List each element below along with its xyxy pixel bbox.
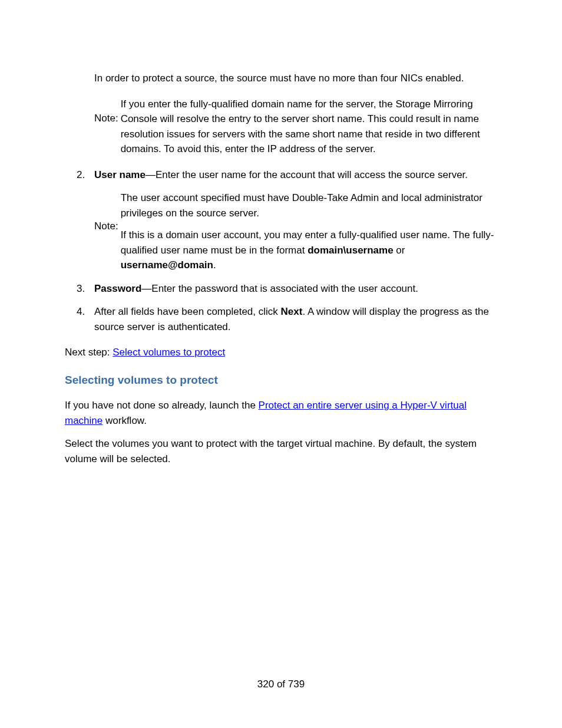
term-password: Password: [94, 283, 141, 294]
note-block-2: Note: The user account specified must ha…: [94, 190, 497, 273]
list-item-3: Password—Enter the password that is asso…: [65, 281, 497, 297]
link-select-volumes[interactable]: Select volumes to protect: [113, 347, 225, 358]
note-label: Note:: [94, 190, 118, 234]
intro-note-paragraph: In order to protect a source, the source…: [94, 71, 497, 86]
last-para: Select the volumes you want to protect w…: [65, 436, 497, 466]
note-body-text: If you enter the fully-qualified domain …: [121, 97, 497, 157]
list-item-4: After all fields have been completed, cl…: [65, 304, 497, 334]
section-heading: Selecting volumes to protect: [65, 372, 497, 389]
note-label: Note:: [94, 97, 118, 126]
term-user-name: User name: [94, 169, 146, 180]
item2-text: —Enter the user name for the account tha…: [146, 169, 468, 180]
numbered-list: User name—Enter the user name for the ac…: [65, 167, 497, 335]
note2-p2: If this is a domain user account, you ma…: [121, 228, 497, 273]
next-step-line: Next step: Select volumes to protect: [65, 345, 497, 360]
note2-p1: The user account specified must have Dou…: [121, 190, 497, 220]
item3-text: —Enter the password that is associated w…: [141, 283, 418, 294]
item4-pre: After all fields have been completed, cl…: [94, 306, 281, 317]
after-heading-para: If you have not done so already, launch …: [65, 398, 497, 428]
item4-bold: Next: [281, 306, 303, 317]
page-footer: 320 of 739: [0, 677, 562, 692]
list-item-2: User name—Enter the user name for the ac…: [65, 167, 497, 273]
note-block-1: Note: If you enter the fully-qualified d…: [94, 97, 497, 157]
next-step-label: Next step:: [65, 347, 113, 358]
